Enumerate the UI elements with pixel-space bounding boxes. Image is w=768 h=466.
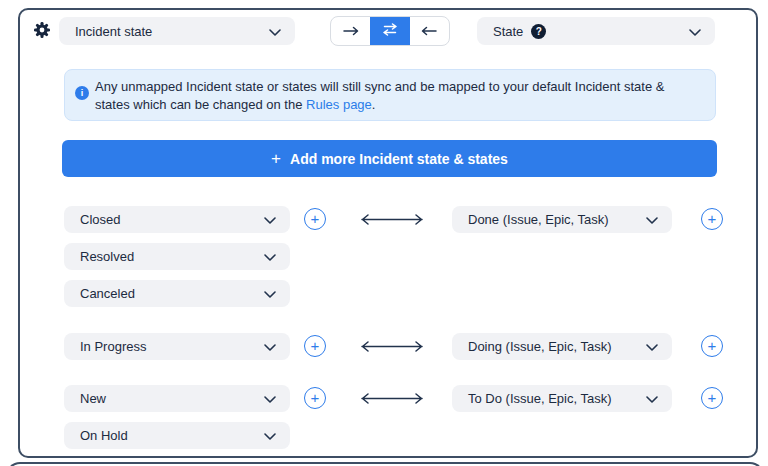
mapping-left-dropdown[interactable]: Resolved — [64, 243, 290, 270]
info-icon: i — [75, 86, 89, 100]
direction-bidirectional-button[interactable] — [370, 17, 409, 45]
chevron-down-icon — [646, 391, 658, 406]
mapping-right-dropdown[interactable]: To Do (Issue, Epic, Task) — [452, 385, 672, 412]
settings-button[interactable] — [32, 21, 52, 41]
mapping-left-dropdown[interactable]: New — [64, 385, 290, 412]
mapping-arrow-icon — [359, 340, 425, 353]
plus-icon: + — [271, 150, 281, 167]
arrow-right-icon — [343, 24, 359, 39]
chevron-down-icon — [646, 339, 658, 354]
source-field-label: Incident state — [75, 24, 152, 39]
chevron-down-icon — [264, 339, 276, 354]
chevron-down-icon — [264, 391, 276, 406]
mapping-right-value: Done (Issue, Epic, Task) — [468, 212, 609, 227]
add-mapping-label: Add more Incident state & states — [290, 151, 508, 167]
info-banner: i Any unmapped Incident state or states … — [64, 69, 716, 121]
mapping-left-value: On Hold — [80, 428, 128, 443]
chevron-down-icon — [264, 249, 276, 264]
add-right-state-button[interactable]: + — [701, 387, 723, 409]
mapping-left-value: Closed — [80, 212, 120, 227]
add-right-state-button[interactable]: + — [701, 335, 723, 357]
chevron-down-icon — [269, 24, 281, 39]
mapping-arrow-icon — [359, 392, 425, 405]
sync-direction-toggle — [330, 16, 450, 46]
chevron-down-icon — [264, 286, 276, 301]
mapping-panel: Incident state State ? — [18, 8, 758, 458]
mapping-left-dropdown[interactable]: Closed — [64, 206, 290, 233]
mapping-left-value: In Progress — [80, 339, 146, 354]
mapping-left-value: Resolved — [80, 249, 134, 264]
mapping-right-value: Doing (Issue, Epic, Task) — [468, 339, 612, 354]
help-icon[interactable]: ? — [531, 24, 546, 39]
mapping-left-dropdown[interactable]: In Progress — [64, 333, 290, 360]
next-panel-edge — [6, 462, 764, 466]
mapping-left-value: New — [80, 391, 106, 406]
target-field-label: State — [493, 24, 523, 39]
mapping-right-dropdown[interactable]: Doing (Issue, Epic, Task) — [452, 333, 672, 360]
arrow-left-icon — [421, 24, 437, 39]
direction-left-button[interactable] — [410, 17, 449, 45]
chevron-down-icon — [264, 212, 276, 227]
chevron-down-icon — [646, 212, 658, 227]
mapping-left-dropdown[interactable]: On Hold — [64, 422, 290, 449]
target-field-dropdown[interactable]: State ? — [477, 17, 715, 45]
mapping-left-dropdown[interactable]: Canceled — [64, 280, 290, 307]
gear-icon — [33, 21, 51, 42]
banner-text: Any unmapped Incident state or states wi… — [95, 79, 664, 112]
banner-text-suffix: . — [372, 97, 376, 112]
mapping-left-value: Canceled — [80, 286, 135, 301]
mapping-arrow-icon — [359, 213, 425, 226]
add-left-state-button[interactable]: + — [304, 387, 326, 409]
mapping-right-dropdown[interactable]: Done (Issue, Epic, Task) — [452, 206, 672, 233]
add-right-state-button[interactable]: + — [701, 208, 723, 230]
source-field-dropdown[interactable]: Incident state — [59, 17, 295, 45]
arrows-bidirectional-icon — [382, 23, 398, 39]
add-mapping-button[interactable]: + Add more Incident state & states — [62, 140, 717, 177]
rules-page-link[interactable]: Rules page — [306, 97, 372, 112]
chevron-down-icon — [264, 428, 276, 443]
add-left-state-button[interactable]: + — [304, 208, 326, 230]
mapping-right-value: To Do (Issue, Epic, Task) — [468, 391, 612, 406]
add-left-state-button[interactable]: + — [304, 335, 326, 357]
chevron-down-icon — [689, 24, 701, 39]
direction-right-button[interactable] — [331, 17, 370, 45]
